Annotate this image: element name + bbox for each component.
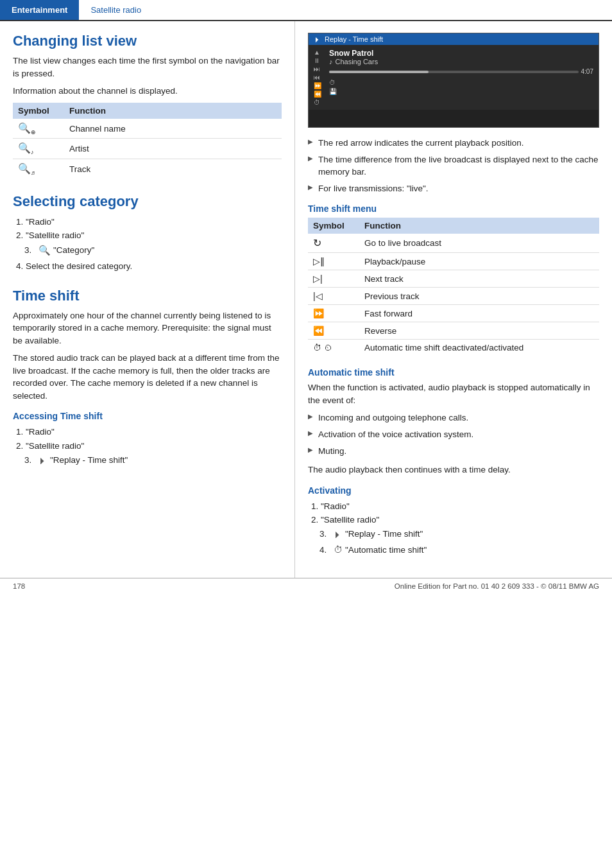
list-item: 3. ⏵ "Replay - Time shift" — [319, 527, 599, 541]
replay-body: ▲ ⏸ ⏭ ⏮ ⏩ ⏪ ⏱ Snow Patrol ♪ Chasing Cars — [309, 45, 599, 110]
bullet-triangle: ▶ — [308, 183, 313, 193]
list-item: "Satellite radio" — [321, 513, 599, 527]
bullet-triangle: ▶ — [308, 412, 313, 422]
replay-side-icons: ⏱ 💾 — [329, 79, 593, 95]
list-item: 4. ⏱ "Automatic time shift" — [319, 542, 599, 557]
table-row: |◁ Previous track — [308, 288, 599, 305]
symbol-cell: ↻ — [308, 234, 359, 253]
table-row: 🔍⊕ Channel name — [13, 119, 282, 139]
selecting-category-title: Selecting category — [13, 193, 282, 210]
bullet-item: ▶ For live transmissions: "live". — [308, 182, 599, 195]
auto-time-shift-section: Automatic time shift When the function i… — [308, 367, 599, 557]
auto-time-shift-bullets: ▶ Incoming and outgoing telephone calls.… — [308, 412, 599, 457]
bullet-triangle: ▶ — [308, 429, 313, 438]
list-item: 3. ⏵ "Replay - Time shift" — [24, 453, 282, 467]
bullet-item: ▶ Muting. — [308, 445, 599, 458]
list-item: "Satellite radio" — [26, 229, 282, 243]
symbol-cell: |◁ — [308, 288, 359, 305]
col-symbol-2: Symbol — [308, 218, 359, 234]
bullet-triangle: ▶ — [308, 137, 313, 147]
list-item-text: "Automatic time shift" — [345, 543, 427, 557]
function-cell: Fast forward — [359, 305, 599, 322]
page-number: 178 — [13, 582, 25, 590]
bullet-item: ▶ The red arrow indicates the current pl… — [308, 137, 599, 150]
bullet-triangle: ▶ — [308, 446, 313, 455]
bullet-text: For live transmissions: "live". — [318, 182, 429, 195]
accessing-title: Accessing Time shift — [13, 411, 282, 421]
bullet-item: ▶ The time difference from the live broa… — [308, 153, 599, 178]
list-item-text: "Category" — [53, 243, 94, 257]
col-function-2: Function — [359, 218, 599, 234]
replay-track-sub: ♪ Chasing Cars — [329, 58, 593, 65]
symbol-cell: 🔍⊕ — [13, 119, 64, 139]
symbol-cell: ▷‖ — [308, 253, 359, 270]
replay-title-bar: ⏵ Replay - Time shift — [309, 33, 599, 45]
col-function-1: Function — [64, 103, 282, 119]
replay-track-title: Snow Patrol — [329, 49, 593, 58]
replay-title-text: Replay - Time shift — [325, 35, 383, 43]
list-item: "Satellite radio" — [26, 439, 282, 453]
table-row: ⏪ Reverse — [308, 322, 599, 340]
left-column: Changing list view The list view changes… — [0, 21, 295, 578]
footer: 178 Online Edition for Part no. 01 40 2 … — [0, 578, 612, 594]
auto-time-shift-para2: The audio playback then continues with a… — [308, 464, 599, 476]
auto-time-shift-para: When the function is activated, audio pl… — [308, 381, 599, 406]
symbol-cell: ⏪ — [308, 322, 359, 340]
screenshot-bullets: ▶ The red arrow indicates the current pl… — [308, 137, 599, 195]
activating-title: Activating — [308, 485, 599, 496]
replay-progress-bar — [329, 71, 579, 73]
list-item: 3. 🔍 "Category" — [24, 243, 282, 258]
table-row: 🔍♪ Artist — [13, 139, 282, 159]
bullet-item: ▶ Activation of the voice activation sys… — [308, 428, 599, 441]
symbol-cell: ▷| — [308, 270, 359, 288]
table-row: 🔍♬ Track — [13, 159, 282, 179]
list-item: "Radio" — [26, 425, 282, 439]
function-cell: Channel name — [64, 119, 282, 139]
tab-satellite-radio[interactable]: Satellite radio — [79, 0, 153, 20]
time-shift-para2: The stored audio track can be played bac… — [13, 352, 282, 402]
changing-list-para1: The list view changes each time the firs… — [13, 55, 282, 80]
copyright-text: Online Edition for Part no. 01 40 2 609 … — [395, 582, 599, 590]
function-cell: Reverse — [359, 322, 599, 340]
function-cell: Playback/pause — [359, 253, 599, 270]
symbol-cell: 🔍♪ — [13, 139, 64, 159]
bullet-text: Activation of the voice activation syste… — [318, 428, 473, 441]
list-item: "Radio" — [26, 215, 282, 229]
changing-list-title: Changing list view — [13, 33, 282, 49]
time-shift-title: Time shift — [13, 288, 282, 304]
list-item: "Radio" — [321, 499, 599, 514]
bullet-text: Incoming and outgoing telephone calls. — [318, 412, 468, 424]
table-row: ↻ Go to live broadcast — [308, 234, 599, 253]
list-item: Select the desired category. — [26, 259, 282, 273]
function-cell: Go to live broadcast — [359, 234, 599, 253]
changing-list-para2: Information about the channel is display… — [13, 85, 282, 98]
replay-icon: ⏵ — [314, 35, 321, 43]
time-shift-menu-title: Time shift menu — [308, 204, 599, 214]
list-item-text: "Replay - Time shift" — [50, 453, 128, 467]
changing-list-table: Symbol Function 🔍⊕ Channel name 🔍♪ Artis… — [13, 103, 282, 179]
replay-progress-row: 4:07 — [329, 68, 593, 75]
bullet-text: The time difference from the live broadc… — [318, 153, 599, 178]
time-shift-section: Time shift Approximately one hour of the… — [13, 288, 282, 468]
col-symbol-1: Symbol — [13, 103, 64, 119]
auto-time-shift-title: Automatic time shift — [308, 367, 599, 378]
right-column: ⏵ Replay - Time shift ▲ ⏸ ⏭ ⏮ ⏩ ⏪ ⏱ Snow… — [295, 21, 612, 578]
function-cell: Automatic time shift deactivated/activat… — [359, 340, 599, 356]
bullet-text: The red arrow indicates the current play… — [318, 137, 523, 150]
accessing-list: "Radio" "Satellite radio" 3. ⏵ "Replay -… — [13, 425, 282, 467]
bullet-text: Muting. — [318, 445, 346, 458]
function-cell: Previous track — [359, 288, 599, 305]
header-tabs: Entertainment Satellite radio — [0, 0, 612, 21]
symbol-cell: 🔍♬ — [13, 159, 64, 179]
table-row: ▷| Next track — [308, 270, 599, 288]
tab-entertainment[interactable]: Entertainment — [0, 0, 79, 20]
replay-left-icons: ▲ ⏸ ⏭ ⏮ ⏩ ⏪ ⏱ — [314, 49, 324, 106]
symbol-cell: ⏩ — [308, 305, 359, 322]
symbol-cell: ⏱ ⏲ — [308, 340, 359, 356]
selecting-category-section: Selecting category "Radio" "Satellite ra… — [13, 193, 282, 273]
activating-list: "Radio" "Satellite radio" 3. ⏵ "Replay -… — [308, 499, 599, 557]
replay-right-info: Snow Patrol ♪ Chasing Cars 4:07 — [329, 49, 593, 106]
table-row: ⏩ Fast forward — [308, 305, 599, 322]
replay-progress-fill — [329, 71, 429, 73]
selecting-list: "Radio" "Satellite radio" 3. 🔍 "Category… — [13, 215, 282, 273]
